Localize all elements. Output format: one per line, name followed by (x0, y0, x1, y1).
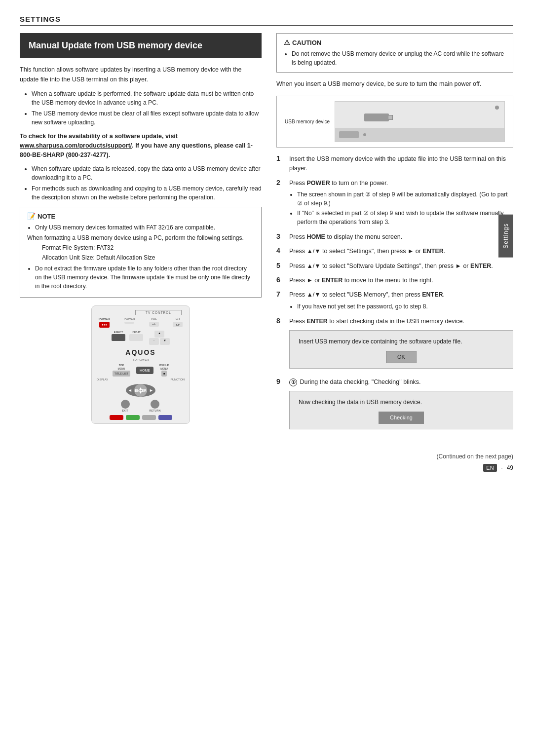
ok-button[interactable]: OK (386, 351, 417, 363)
nav-right-arrow: ► (149, 388, 153, 393)
power-btn[interactable]: ●●● (99, 322, 110, 328)
step-2: 2 Press POWER to turn on the power. The … (276, 179, 513, 227)
exit-btn[interactable] (121, 400, 130, 409)
caution-icon: ⚠ (284, 38, 290, 46)
return-label: RETURN (150, 409, 161, 412)
screen-2-text: Now checking the data in USB memory devi… (299, 398, 504, 407)
nav-minus[interactable]: - (149, 338, 159, 345)
bold-bullet-1: When software update data is released, c… (32, 164, 262, 182)
usb-diagram: USB memory device (276, 96, 513, 148)
step-6-num: 6 (276, 276, 285, 284)
player-body (335, 101, 505, 128)
step-8: 8 Press ENTER to start checking data in … (276, 317, 513, 373)
step-9-text: ① During the data checking, "Checking" b… (289, 378, 421, 385)
caution-label: CAUTION (292, 39, 321, 46)
tv-power-btn[interactable] (124, 322, 134, 324)
popup-btn[interactable]: ■ (161, 371, 167, 377)
input-label: INPUT (132, 331, 141, 334)
caution-item-1: Do not remove the USB memory device or u… (292, 49, 506, 67)
step-6-content: Press ► or ENTER to move to the menu to … (289, 276, 513, 285)
step-2-content: Press POWER to turn on the power. The sc… (289, 179, 513, 227)
nav-up-small[interactable]: ▲ (154, 331, 164, 338)
eject-input-row: EJECT INPUT ▲ - ▼ (112, 331, 170, 345)
usb-port (339, 131, 359, 138)
usb-device-label: USB memory device (285, 119, 330, 124)
remote-image: TV CONTROL POWER ●●● POWER VOL (91, 305, 190, 424)
intro-para1: This function allows software updates by… (20, 65, 262, 84)
step-2-text: Press POWER to turn on the power. (289, 180, 388, 187)
en-badge: EN (483, 464, 496, 472)
color-buttons (110, 415, 172, 420)
note-label: NOTE (38, 213, 55, 220)
page-number: 49 (507, 464, 513, 471)
intro-bullet-2: The USB memory device must be clear of a… (32, 109, 262, 127)
step-5-content: Press ▲/▼ to select "Software Update Set… (289, 262, 513, 271)
exit-label: EXIT (122, 409, 128, 412)
ch-label: CH (176, 317, 180, 320)
step-2-bullets: The screen shown in part ② of step 9 wil… (289, 190, 513, 227)
green-btn[interactable] (126, 415, 140, 420)
step-8-num: 8 (276, 317, 285, 325)
bold-para-text: To check for the availability of a softw… (20, 133, 253, 158)
vol-label: VOL (151, 317, 157, 320)
bd-player-label: BD PLAYER (132, 358, 149, 361)
step-1-text: Insert the USB memory device with the up… (289, 155, 506, 172)
left-column: Manual Update from USB memory device Thi… (20, 33, 262, 438)
display-function-labels: DISPLAY FUNCTION (95, 378, 187, 381)
nav-circle[interactable]: ▲ ▼ ◄ ► ENTER (126, 384, 155, 397)
aquos-logo: AQUOS (125, 348, 155, 356)
checking-button: Checking (379, 412, 424, 424)
step-3-text: Press HOME to display the menu screen. (289, 233, 402, 240)
screen-1-text: Insert USB memory device containing the … (299, 338, 504, 346)
ch-btn[interactable]: ∧∨ (173, 322, 183, 327)
usb-stick-connector (388, 115, 393, 120)
function-label: FUNCTION (171, 378, 185, 381)
note-item-5: Do not extract the firmware update file … (35, 264, 254, 291)
input-btn[interactable] (129, 334, 143, 341)
intro-bullet-1: When a software update is performed, the… (32, 89, 262, 107)
eject-btn[interactable] (112, 334, 125, 341)
step-1: 1 Insert the USB memory device with the … (276, 154, 513, 174)
nav-down-small[interactable]: ▼ (160, 338, 170, 345)
vol-btn[interactable]: +/- (149, 322, 159, 327)
bold-bullets: When software update data is released, c… (27, 164, 262, 202)
step-7-num: 7 (276, 290, 285, 298)
bold-bullet-2: For methods such as downloading and copy… (32, 184, 262, 202)
note-item-4: Allocation Unit Size: Default Allocation… (42, 253, 254, 262)
step-5-text: Press ▲/▼ to select "Software Update Set… (289, 263, 493, 269)
player-circle-2 (363, 133, 366, 136)
nav-down-arrow: ▼ (139, 390, 143, 395)
note-item-3: Format File System: FAT32 (42, 243, 254, 252)
eject-label: EJECT (114, 331, 123, 334)
step-2-bullet-2: If "No" is selected in part ② of step 9 … (297, 209, 513, 227)
circle-1-icon: ① (289, 378, 297, 386)
right-column: ⚠ CAUTION Do not remove the USB memory d… (276, 33, 513, 438)
caution-content: Do not remove the USB memory device or u… (284, 49, 506, 67)
settings-header: SETTINGS (20, 15, 513, 26)
step-4-text: Press ▲/▼ to select "Settings", then pre… (289, 248, 445, 255)
home-btn[interactable]: HOME (136, 367, 153, 374)
player-circle-1 (495, 106, 499, 110)
step-9: 9 ① During the data checking, "Checking"… (276, 378, 513, 433)
blue-btn[interactable] (158, 415, 172, 420)
power-tv-label: POWER (124, 317, 135, 320)
step-intro: When you insert a USB memory device, be … (276, 79, 513, 89)
bold-para: To check for the availability of a softw… (20, 132, 262, 159)
remote-diagram: TV CONTROL POWER ●●● POWER VOL (20, 305, 262, 424)
page-num-dash: - (501, 464, 503, 471)
step-6-text: Press ► or ENTER to move to the menu to … (289, 277, 433, 284)
return-btn[interactable] (151, 400, 159, 409)
usb-stick (364, 113, 389, 121)
red-btn[interactable] (110, 415, 123, 420)
yellow-btn[interactable] (142, 415, 156, 420)
step-7-content: Press ▲/▼ to select "USB Memory", then p… (289, 290, 513, 311)
intro-bullets: When a software update is performed, the… (27, 89, 262, 127)
screen-box-2: Now checking the data in USB memory devi… (289, 391, 513, 429)
player-graphic (335, 101, 505, 142)
step-6: 6 Press ► or ENTER to move to the menu t… (276, 276, 513, 285)
home-row: TOP MENU TITLE LIST HOME POP-UP MENU ■ (95, 364, 187, 377)
caution-box: ⚠ CAUTION Do not remove the USB memory d… (276, 33, 513, 73)
title-list-btn[interactable]: TITLE LIST (113, 371, 130, 377)
note-content: Only USB memory devices formatted with F… (27, 223, 254, 291)
step-2-num: 2 (276, 179, 285, 187)
